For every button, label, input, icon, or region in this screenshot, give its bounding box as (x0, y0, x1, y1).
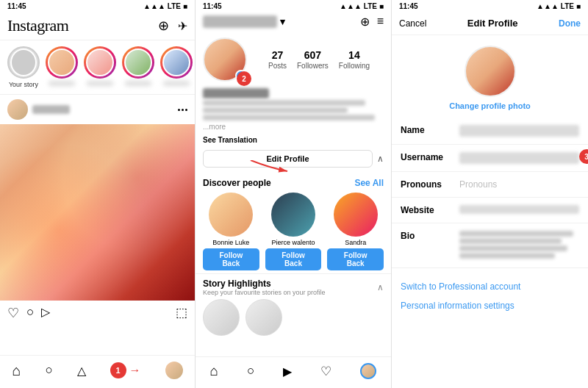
username-label: Username (401, 152, 452, 162)
status-bar: 11:45 ▲▲▲ LTE ■ (0, 0, 195, 12)
website-field: Website website (392, 198, 588, 223)
highlights-chevron-icon: ∧ (377, 282, 384, 292)
story-avatar (84, 46, 116, 79)
story-item[interactable] (46, 46, 78, 88)
profile-header: username ▾ ⊕ ≡ (196, 12, 391, 32)
follow-back-button-1[interactable]: Follow Back (203, 248, 259, 270)
discover-people-list: Bonnie Luke Follow Back Pierce walento F… (203, 193, 384, 270)
search-nav-icon[interactable]: ○ (247, 364, 254, 378)
following-stat: 14 Following (339, 49, 370, 70)
status-right: ▲▲▲ LTE ■ (143, 2, 187, 10)
pronouns-field: Pronouns Pronouns (392, 172, 588, 198)
post-header: username (0, 95, 195, 124)
website-value[interactable]: website (459, 205, 579, 214)
following-count: 14 (348, 49, 360, 61)
bio-value[interactable] (459, 231, 579, 260)
highlights-header: Story Highlights Keep your favourite sto… (203, 279, 384, 296)
done-button[interactable]: Done (559, 18, 581, 29)
feed-header: Instagram ⊕ ✈ (0, 12, 195, 40)
person-1: Bonnie Luke Follow Back (203, 193, 259, 270)
discover-people-section: Discover people See All Bonnie Luke Foll… (196, 173, 391, 273)
status-bar: 11:45 ▲▲▲ LTE ■ (196, 0, 391, 12)
highlight-circle-2[interactable] (245, 299, 282, 336)
story-item[interactable] (122, 46, 154, 88)
search-nav-icon[interactable]: ○ (45, 363, 52, 378)
explore-nav-icon[interactable]: △ (77, 364, 86, 378)
switch-professional-link[interactable]: Switch to Professional account (401, 277, 579, 296)
pronouns-label: Pronouns (401, 179, 452, 190)
highlight-circle-1[interactable] (203, 299, 240, 336)
posts-label: Posts (268, 62, 287, 70)
highlights-section: Story Highlights Keep your favourite sto… (196, 273, 391, 340)
see-translation[interactable]: See Translation (196, 134, 391, 147)
photo-section: Change profile photo (392, 35, 588, 118)
edit-profile-row: Edit Profile ∧ (196, 147, 391, 170)
post-image (0, 124, 196, 301)
pronouns-placeholder[interactable]: Pronouns (459, 179, 579, 190)
dropdown-icon[interactable]: ▾ (280, 16, 285, 27)
change-photo-link[interactable]: Change profile photo (449, 101, 531, 110)
add-icon[interactable]: ⊕ (158, 18, 169, 34)
person-1-avatar (209, 193, 253, 237)
story-avatar (160, 46, 193, 79)
followers-stat: 607 Followers (297, 49, 329, 70)
bio-more[interactable]: ...more (203, 123, 226, 131)
person-2: Pierce walento Follow Back (265, 193, 322, 270)
your-story[interactable]: Your story (7, 46, 40, 88)
time: 11:45 (399, 2, 418, 10)
like-icon[interactable]: ♡ (7, 305, 19, 321)
feed-panel: 11:45 ▲▲▲ LTE ■ Instagram ⊕ ✈ Your story (0, 0, 196, 388)
personal-info-link[interactable]: Personal information settings (401, 296, 579, 315)
discover-title: Discover people (203, 178, 271, 188)
followers-label: Followers (297, 62, 329, 70)
status-bar: 11:45 ▲▲▲ LTE ■ (392, 0, 588, 12)
comment-icon[interactable]: ○ (26, 305, 34, 321)
arrow-to-edit (247, 160, 291, 175)
person-3: Sandra Follow Back (327, 193, 384, 270)
posts-stat: 27 Posts (268, 49, 287, 70)
bio-field: Bio (392, 223, 588, 268)
share-icon[interactable]: ▷ (41, 305, 50, 321)
direct-icon[interactable]: ✈ (178, 19, 187, 33)
battery-icon: ■ (576, 2, 581, 10)
profile-username-bar: username ▾ (203, 15, 285, 28)
followers-count: 607 (304, 49, 321, 61)
username-field: Username username 3 (392, 145, 588, 172)
follow-back-button-3[interactable]: Follow Back (327, 248, 384, 270)
posts-count: 27 (272, 49, 284, 61)
website-label: Website (401, 205, 452, 215)
reels-nav-icon[interactable]: ▶ (283, 364, 292, 378)
add-post-icon[interactable]: ⊕ (360, 15, 370, 29)
story-item[interactable] (84, 46, 116, 88)
arrow-right-icon: → (129, 364, 141, 377)
stories-row: Your story (0, 40, 195, 94)
story-item[interactable] (160, 46, 193, 88)
see-all-button[interactable]: See All (354, 178, 384, 188)
name-field: Name name (392, 118, 588, 145)
home-nav-icon[interactable]: ⌂ (12, 362, 21, 379)
save-icon[interactable]: ⬚ (176, 305, 187, 321)
username-value[interactable]: username (459, 152, 579, 164)
profile-bio: Name ...more (196, 86, 391, 134)
time: 11:45 (203, 2, 222, 10)
signal-icon: ▲▲▲ (537, 2, 559, 10)
signal-icon: ▲▲▲ (340, 2, 362, 10)
more-options-icon[interactable] (178, 109, 187, 111)
lte-label: LTE (168, 2, 181, 10)
name-value[interactable]: name (459, 125, 579, 137)
profile-nav-icon[interactable] (165, 362, 183, 379)
heart-nav-icon[interactable]: ♡ (320, 364, 331, 379)
your-story-label: Your story (9, 81, 38, 88)
highlights-title: Story Highlights (203, 279, 326, 289)
bottom-nav: ⌂ ○ △ 1 → (0, 355, 195, 388)
home-nav-icon[interactable]: ⌂ (210, 363, 218, 379)
your-story-avatar (7, 46, 40, 79)
bio-name: Name (203, 88, 269, 98)
menu-icon[interactable]: ≡ (377, 15, 384, 29)
profile-nav-icon[interactable] (360, 363, 376, 379)
edit-profile-header: Cancel Edit Profile Done (392, 12, 588, 35)
time: 11:45 (7, 2, 26, 10)
cancel-button[interactable]: Cancel (399, 18, 426, 29)
follow-back-button-2[interactable]: Follow Back (265, 248, 322, 270)
bio-label: Bio (401, 231, 452, 241)
